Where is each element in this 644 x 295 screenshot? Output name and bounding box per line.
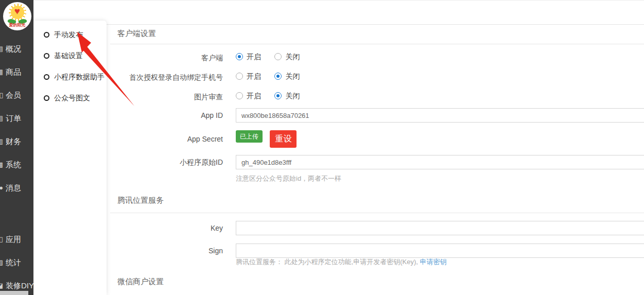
- sidebar-item-decorate-diy[interactable]: ◪装修DIY: [0, 280, 33, 292]
- form-row-tencent-help: 腾讯位置服务： 此处为小程序定位功能,申请开发者密钥(Key), 申请密钥: [109, 257, 644, 268]
- sidebar-item-goods[interactable]: ▦商品: [0, 66, 33, 78]
- submenu-item-label: 小程序数据助手: [54, 73, 105, 81]
- members-icon: ◫: [0, 91, 3, 99]
- section-divider: [110, 213, 644, 213]
- sidebar-item-finance[interactable]: ▥财务: [0, 135, 33, 148]
- radio-circle-icon: [44, 74, 49, 80]
- form-row-original-id-help: 注意区分公众号原始id，两者不一样: [109, 174, 644, 183]
- submenu-item-basic-settings[interactable]: 基础设置: [44, 50, 83, 61]
- sidebar-item-overview[interactable]: ▤概况: [0, 43, 33, 55]
- sidebar-item-members[interactable]: ◫会员: [0, 89, 33, 101]
- original-id-help-text: 注意区分公众号原始id，两者不一样: [236, 174, 644, 183]
- settings-form: 客户端设置 客户端 开启 关闭 首次授权登录自动绑定手机号 开启 关闭 图片审查…: [109, 25, 644, 295]
- reset-button[interactable]: 重设: [270, 130, 297, 148]
- original-id-input[interactable]: [236, 155, 644, 169]
- sidebar-item-messages[interactable]: ●消息: [0, 182, 33, 194]
- radio-label: 开启: [247, 72, 261, 80]
- tencent-help-text: 腾讯位置服务： 此处为小程序定位功能,申请开发者密钥(Key),: [236, 258, 420, 266]
- form-row-key: Key: [109, 221, 644, 235]
- radio-client-off[interactable]: 关闭: [274, 52, 300, 62]
- sidebar-item-statistics[interactable]: ▨统计: [0, 256, 33, 269]
- sidebar-item-label: 订单: [6, 114, 21, 123]
- submenu-item-manual-publish[interactable]: 手动发布: [44, 29, 83, 40]
- settings-submenu-panel: 手动发布 基础设置 小程序数据助手 公众号图文: [33, 21, 107, 295]
- radio-label: 关闭: [285, 72, 300, 80]
- finance-icon: ▥: [0, 137, 3, 146]
- system-icon: ▩: [0, 161, 3, 169]
- diy-icon: ◪: [0, 282, 3, 290]
- sidebar-item-label: 系统: [6, 160, 21, 169]
- radio-button-icon: [274, 73, 282, 80]
- radio-image-review-on[interactable]: 开启: [236, 91, 261, 101]
- sidebar-item-label: 统计: [6, 258, 21, 267]
- primary-sidebar: ♥ 爱的阳光 ▤概况 ▦商品 ◫会员 ▤订单 ▥财务 ▩系统 ●消息 ◧应用 ▨…: [0, 0, 33, 295]
- form-row-app-id: App ID: [109, 108, 644, 123]
- section-divider: [110, 44, 644, 44]
- radio-button-icon: [236, 92, 243, 99]
- sidebar-item-system[interactable]: ▩系统: [0, 159, 33, 171]
- form-row-client: 客户端 开启 关闭: [109, 52, 644, 63]
- field-label: Sign: [109, 244, 223, 258]
- sidebar-item-label: 商品: [6, 67, 21, 76]
- field-label: 小程序原始ID: [109, 155, 223, 169]
- logo-text: 爱的阳光: [3, 22, 31, 28]
- radio-circle-icon: [44, 95, 49, 101]
- radio-auto-bind-on[interactable]: 开启: [236, 72, 261, 81]
- radio-label: 关闭: [285, 92, 300, 100]
- tencent-key-input[interactable]: [236, 221, 644, 235]
- submenu-item-label: 基础设置: [54, 51, 83, 60]
- radio-label: 开启: [247, 92, 261, 100]
- field-label: Key: [109, 221, 223, 235]
- field-label: 图片审查: [109, 91, 223, 102]
- field-label: 首次授权登录自动绑定手机号: [109, 72, 223, 83]
- radio-client-on[interactable]: 开启: [236, 52, 261, 62]
- overview-icon: ▤: [0, 45, 3, 53]
- section-title-wechat-merchant: 微信商户设置: [117, 277, 164, 287]
- apps-icon: ◧: [0, 235, 3, 244]
- logo-heart-icon: ♥: [3, 6, 31, 16]
- field-label: 客户端: [109, 52, 223, 63]
- app-id-input[interactable]: [236, 108, 644, 123]
- submenu-item-mini-program-data-assistant[interactable]: 小程序数据助手: [44, 71, 105, 82]
- radio-button-icon: [274, 92, 282, 99]
- radio-circle-icon: [44, 32, 49, 38]
- radio-button-icon: [236, 53, 243, 60]
- sidebar-item-orders[interactable]: ▤订单: [0, 112, 33, 125]
- submenu-item-label: 手动发布: [54, 30, 83, 39]
- sidebar-item-label: 消息: [6, 183, 21, 192]
- page: ♥ 爱的阳光 ▤概况 ▦商品 ◫会员 ▤订单 ▥财务 ▩系统 ●消息 ◧应用 ▨…: [0, 0, 644, 295]
- radio-button-icon: [236, 73, 243, 80]
- sidebar-item-label: 财务: [6, 137, 21, 146]
- apply-key-link[interactable]: 申请密钥: [420, 258, 447, 266]
- radio-button-icon: [274, 53, 282, 60]
- radio-label: 开启: [247, 53, 261, 61]
- tencent-sign-input[interactable]: [236, 244, 644, 258]
- sidebar-item-label: 概况: [6, 44, 21, 53]
- sidebar-item-label: 应用: [6, 235, 21, 244]
- sidebar-item-label: 装修DIY: [6, 281, 34, 290]
- form-row-app-secret: App Secret 已上传 重设: [109, 130, 644, 148]
- radio-circle-icon: [44, 53, 49, 59]
- form-row-auto-bind-phone: 首次授权登录自动绑定手机号 开启 关闭: [109, 72, 644, 83]
- orders-icon: ▤: [0, 114, 3, 123]
- radio-auto-bind-off[interactable]: 关闭: [274, 72, 300, 81]
- form-row-original-id: 小程序原始ID: [109, 155, 644, 169]
- sidebar-item-label: 会员: [6, 91, 21, 99]
- uploaded-button[interactable]: 已上传: [236, 130, 263, 143]
- submenu-item-official-account-articles[interactable]: 公众号图文: [44, 92, 90, 103]
- sidebar-item-apps[interactable]: ◧应用: [0, 233, 33, 246]
- radio-image-review-off[interactable]: 关闭: [274, 91, 300, 101]
- field-label: App ID: [109, 108, 223, 123]
- goods-icon: ▦: [0, 68, 3, 76]
- section-title-client-settings: 客户端设置: [117, 29, 156, 39]
- messages-icon: ●: [0, 184, 3, 192]
- submenu-item-label: 公众号图文: [54, 94, 90, 102]
- radio-label: 关闭: [285, 53, 300, 61]
- form-row-image-review: 图片审查 开启 关闭: [109, 91, 644, 102]
- statistics-icon: ▨: [0, 258, 3, 267]
- section-title-tencent-location: 腾讯位置服务: [117, 196, 164, 205]
- field-label: App Secret: [109, 130, 223, 148]
- top-header-bar: [33, 0, 644, 25]
- brand-logo[interactable]: ♥ 爱的阳光: [3, 2, 31, 30]
- sidebar-bottom-strip: [0, 291, 28, 295]
